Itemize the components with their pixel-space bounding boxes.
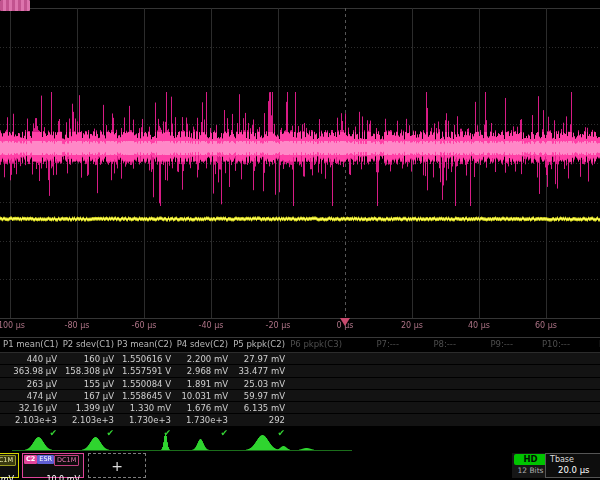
c2-channel-badge: C2	[24, 455, 37, 464]
time-axis-label: -60 µs	[132, 321, 157, 330]
measurement-value: 263 µV	[3, 379, 57, 389]
measurement-table: P1 mean(C1)P2 sdev(C1)P3 mean(C2)P4 sdev…	[0, 337, 600, 439]
trigger-position-marker[interactable]	[340, 318, 350, 326]
c1-vertical-scale: 0 mV	[0, 474, 16, 480]
c1-coupling-badge: DC1M	[0, 455, 16, 466]
param-header-p1[interactable]: P1 mean(C1)	[3, 339, 57, 349]
measurement-value: 32.16 µV	[3, 403, 57, 413]
c2-channel-descriptor[interactable]: C2ESRDC1M 10.0 mV	[22, 453, 84, 478]
measurement-value: 1.891 mV	[174, 379, 228, 389]
c2-vertical-scale: 10.0 mV	[24, 474, 82, 480]
measurement-value: 59.97 mV	[231, 391, 285, 401]
measurement-value: 25.03 mV	[231, 379, 285, 389]
oscilloscope-screen: -100 µs-80 µs-60 µs-40 µs-20 µs0 µs20 µs…	[0, 0, 600, 480]
time-axis-label: 40 µs	[468, 321, 490, 330]
measurement-value: 27.97 mV	[231, 354, 285, 364]
measurement-value: 1.558645 V	[117, 391, 171, 401]
param-header-p11[interactable]: P11:---	[573, 339, 600, 349]
param-header-p2[interactable]: P2 sdev(C1)	[60, 339, 114, 349]
add-channel-button[interactable]: +	[88, 453, 146, 478]
param-header-p10[interactable]: P10:---	[516, 339, 570, 349]
param-header-p7[interactable]: P7:---	[345, 339, 399, 349]
hd-badge: HD	[514, 454, 547, 465]
measurement-value: 1.676 mV	[174, 403, 228, 413]
measurement-value: 1.399 µV	[60, 403, 114, 413]
time-axis-label: -80 µs	[65, 321, 90, 330]
measurement-row: 2.103e+32.103e+31.730e+31.730e+3292	[0, 414, 600, 426]
param-header-p9[interactable]: P9:---	[459, 339, 513, 349]
waveform-display[interactable]	[0, 0, 600, 320]
param-header-p5[interactable]: P5 pkpk(C2)	[231, 339, 285, 349]
trace-label-badge	[0, 0, 30, 11]
measurement-row: 32.16 µV1.399 µV1.330 mV1.676 mV6.135 mV	[0, 402, 600, 414]
measurement-value: 2.103e+3	[60, 415, 114, 425]
measurement-value: 2.200 mV	[174, 354, 228, 364]
param-header-p4[interactable]: P4 sdev(C2)	[174, 339, 228, 349]
param-header-p6[interactable]: P6 pkpk(C3)	[288, 339, 342, 349]
time-axis-label: 60 µs	[535, 321, 557, 330]
measurement-value: 1.730e+3	[117, 415, 171, 425]
measurement-value: 10.031 mV	[174, 391, 228, 401]
timebase-label: Tbase	[548, 455, 600, 464]
time-axis-label: -40 µs	[199, 321, 224, 330]
hd-bits-label: 12 Bits	[512, 466, 549, 475]
time-axis-label: -100 µs	[0, 321, 25, 330]
measurement-row: 474 µV167 µV1.558645 V10.031 mV59.97 mV	[0, 390, 600, 402]
time-axis-label: -20 µs	[266, 321, 291, 330]
timebase-scale: 20.0 µs	[548, 465, 600, 475]
measurement-row: 263 µV155 µV1.550084 V1.891 mV25.03 mV	[0, 378, 600, 390]
c2-coupling-badge: DC1M	[54, 455, 79, 466]
measurement-value: 1.550616 V	[117, 354, 171, 364]
measurement-value: 1.330 mV	[117, 403, 171, 413]
param-header-p8[interactable]: P8:---	[402, 339, 456, 349]
c2-esr-badge: ESR	[37, 455, 54, 464]
c1-channel-descriptor[interactable]: DC1M 0 mV	[0, 453, 19, 478]
measurement-value: 363.98 µV	[3, 366, 57, 376]
measurement-value: 440 µV	[3, 354, 57, 364]
bottom-descriptor-bar: DC1M 0 mV C2ESRDC1M 10.0 mV + HD 12 Bits…	[0, 452, 600, 480]
measurement-row: 440 µV160 µV1.550616 V2.200 mV27.97 mV	[0, 353, 600, 365]
measurement-value: 160 µV	[60, 354, 114, 364]
measurement-value: 155 µV	[60, 379, 114, 389]
measurement-value: 33.477 mV	[231, 366, 285, 376]
time-axis: -100 µs-80 µs-60 µs-40 µs-20 µs0 µs20 µs…	[0, 319, 600, 333]
measurement-value: 1.550084 V	[117, 379, 171, 389]
measurement-value: 6.135 mV	[231, 403, 285, 413]
measurement-value: 2.968 mV	[174, 366, 228, 376]
time-axis-label: 20 µs	[401, 321, 423, 330]
measurement-value: 292	[231, 415, 285, 425]
measurement-value: 158.308 µV	[60, 366, 114, 376]
param-header-p3[interactable]: P3 mean(C2)	[117, 339, 171, 349]
parameter-histicons	[0, 430, 600, 452]
measurement-row: 363.98 µV158.308 µV1.557591 V2.968 mV33.…	[0, 365, 600, 377]
measurement-value: 1.730e+3	[174, 415, 228, 425]
parameter-header-row: P1 mean(C1)P2 sdev(C1)P3 mean(C2)P4 sdev…	[0, 338, 600, 353]
measurement-value: 474 µV	[3, 391, 57, 401]
plus-icon: +	[111, 458, 123, 474]
timebase-descriptor[interactable]: Tbase 20.0 µs	[545, 453, 600, 478]
measurement-value: 2.103e+3	[3, 415, 57, 425]
measurement-value: 167 µV	[60, 391, 114, 401]
hd-mode-indicator: HD 12 Bits	[512, 453, 549, 478]
measurement-value: 1.557591 V	[117, 366, 171, 376]
